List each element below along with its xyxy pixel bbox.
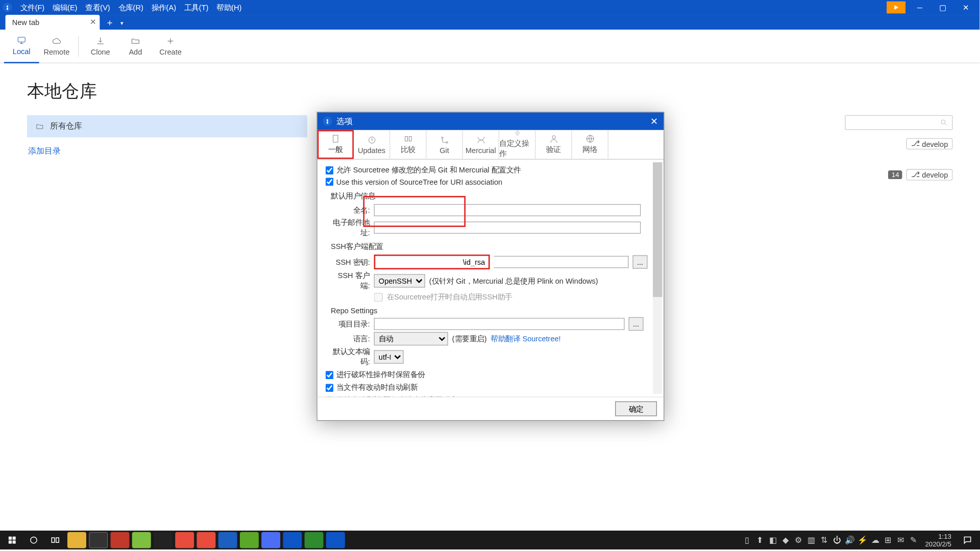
taskbar-app-red3[interactable]	[197, 532, 215, 548]
add-directory-link[interactable]: 添加目录	[27, 137, 307, 165]
taskview-button[interactable]	[46, 532, 65, 548]
link-translate[interactable]: 帮助翻译 Sourcetree!	[491, 334, 560, 344]
input-sshkey-ext[interactable]	[494, 256, 629, 268]
toolbar-add[interactable]: Add	[118, 29, 153, 63]
toolbar-create-label: Create	[159, 48, 182, 56]
minimize-button[interactable]: ─	[908, 0, 931, 15]
browse-projdir-button[interactable]: ...	[629, 317, 644, 331]
browse-sshkey-button[interactable]: ...	[632, 255, 647, 268]
dialog-scrollbar[interactable]	[653, 162, 662, 394]
taskbar-app-green[interactable]	[132, 532, 151, 548]
chk-allow-global[interactable]	[326, 166, 334, 174]
menu-file[interactable]: 文件(F)	[16, 3, 48, 13]
dialog-tab-updates[interactable]: Updates	[354, 130, 390, 159]
dialog-tab-network[interactable]: 网络	[572, 130, 608, 159]
tray-icon[interactable]: ◆	[781, 535, 790, 544]
page-title: 本地仓库	[27, 80, 953, 103]
tab-new[interactable]: New tab ✕	[6, 15, 100, 30]
sidebar-item-label: 所有仓库	[50, 120, 82, 132]
menu-help[interactable]: 帮助(H)	[212, 3, 246, 13]
tray-icon[interactable]: ⚡	[857, 535, 867, 544]
branch-tag[interactable]: ⎇develop	[906, 138, 952, 149]
notification-badge[interactable]	[887, 2, 905, 14]
taskbar-clock[interactable]: 1:13 2020/2/5	[921, 533, 955, 547]
close-button[interactable]: ✕	[954, 0, 977, 15]
ok-button[interactable]: 确定	[615, 402, 657, 416]
taskbar-calculator[interactable]	[89, 532, 108, 548]
tab-close-icon[interactable]: ✕	[90, 17, 96, 26]
dialog-tab-custom[interactable]: 自定义操作	[499, 130, 535, 159]
toolbar-remote[interactable]: Remote	[39, 29, 75, 63]
taskbar-explorer[interactable]	[67, 532, 86, 548]
svg-rect-4	[333, 135, 338, 142]
toolbar-local[interactable]: Local	[4, 29, 39, 63]
tray-icon[interactable]: ⏻	[832, 535, 841, 544]
svg-rect-6	[405, 136, 407, 141]
start-button[interactable]	[3, 532, 21, 548]
tray-icon[interactable]: ⊞	[884, 535, 893, 544]
tab-dropdown-icon[interactable]: ▾	[117, 16, 127, 30]
input-projdir[interactable]	[374, 318, 625, 330]
svg-rect-1	[18, 37, 25, 42]
chk-keeprefresh[interactable]	[326, 396, 334, 397]
tab-label: 一般	[328, 145, 343, 155]
chk-allow-label: 允许 Sourcetree 修改您的全局 Git 和 Mercurial 配置文…	[336, 165, 521, 175]
tray-icon[interactable]: ☁	[871, 535, 880, 544]
chk-autorefresh-label: 当文件有改动时自动刷新	[336, 383, 418, 393]
menu-edit[interactable]: 编辑(E)	[48, 3, 81, 13]
select-sshclient[interactable]: OpenSSH	[374, 274, 425, 287]
dialog-tab-auth[interactable]: 验证	[535, 130, 572, 159]
dialog-tab-compare[interactable]: 比较	[390, 130, 426, 159]
tray-icon[interactable]: ⬆	[755, 535, 765, 544]
dialog-tab-git[interactable]: Git	[427, 130, 463, 159]
tray-icon[interactable]: ▯	[743, 535, 752, 544]
menu-repo[interactable]: 仓库(R)	[114, 3, 148, 13]
tray-icon[interactable]: ⇅	[819, 535, 828, 544]
chk-uri-assoc[interactable]	[326, 178, 334, 186]
input-fullname[interactable]	[374, 204, 641, 216]
svg-rect-12	[9, 537, 12, 540]
select-encoding[interactable]: utf-8	[374, 350, 404, 363]
tray-icon[interactable]: ✉	[896, 535, 905, 544]
tray-icon[interactable]: ✎	[909, 535, 918, 544]
input-sshkey[interactable]	[376, 257, 488, 267]
tab-add-button[interactable]: ＋	[103, 16, 117, 30]
menu-view[interactable]: 查看(V)	[81, 3, 114, 13]
menu-action[interactable]: 操作(A)	[148, 3, 180, 13]
taskbar-wechat[interactable]	[305, 532, 324, 548]
branch-tag[interactable]: ⎇develop	[906, 169, 952, 180]
toolbar-create[interactable]: Create	[153, 29, 188, 63]
tray-icon[interactable]: 🔊	[845, 535, 854, 544]
taskbar-app-blue2[interactable]	[261, 532, 280, 548]
monitor-icon	[16, 36, 27, 45]
notifications-button[interactable]	[958, 532, 977, 548]
chk-autorefresh[interactable]	[326, 384, 334, 392]
cortana-button[interactable]	[24, 532, 43, 548]
chk-backup[interactable]	[326, 371, 334, 379]
tray-icon[interactable]: ▥	[806, 535, 816, 544]
dialog-title: 选项	[336, 115, 353, 127]
sidebar-item-allrepos[interactable]: 所有仓库	[27, 115, 307, 138]
toolbar-clone[interactable]: Clone	[83, 29, 118, 63]
lbl-encoding: 默认文本编码:	[326, 347, 370, 367]
select-language[interactable]: 自动	[374, 332, 448, 345]
taskbar-sourcetree2[interactable]	[326, 532, 345, 548]
taskbar-app-blue[interactable]	[218, 532, 237, 548]
dialog-tabs: 一般 Updates 比较 Git Mercurial 自定义操作 验证 网络	[317, 130, 664, 160]
tab-label: Git	[439, 146, 449, 154]
taskbar-app-red[interactable]	[110, 532, 129, 548]
tray-icon[interactable]: ⚙	[794, 535, 803, 544]
menu-tool[interactable]: 工具(T)	[180, 3, 212, 13]
dialog-tab-general[interactable]: 一般	[317, 130, 354, 159]
tray-icon[interactable]: ◧	[768, 535, 777, 544]
dialog-close-button[interactable]: ✕	[650, 116, 658, 127]
dialog-tab-mercurial[interactable]: Mercurial	[463, 130, 499, 159]
taskbar-app-dark[interactable]	[154, 532, 173, 548]
taskbar-app-green2[interactable]	[240, 532, 259, 548]
search-input[interactable]	[845, 115, 952, 130]
maximize-button[interactable]: ▢	[931, 0, 954, 15]
taskbar-sourcetree[interactable]	[283, 532, 302, 548]
taskbar-app-red2[interactable]	[175, 532, 194, 548]
tab-label: 自定义操作	[499, 139, 535, 159]
input-email[interactable]	[374, 221, 641, 234]
